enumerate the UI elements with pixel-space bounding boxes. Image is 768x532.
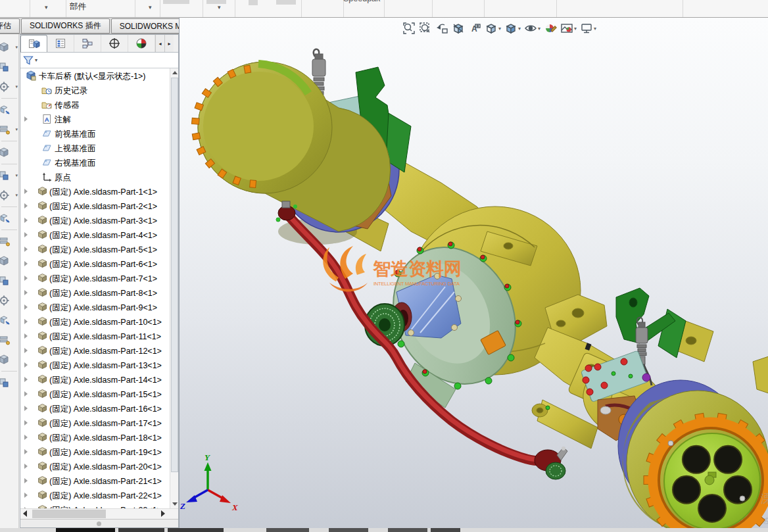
expand-arrow-icon[interactable] (24, 377, 28, 382)
tree-item[interactable]: (固定) Axle.sldasm-Part-8<1> (20, 285, 178, 300)
dropdown-caret-icon[interactable]: ▾ (15, 193, 18, 198)
annotation-views-button[interactable]: A (468, 21, 482, 36)
dropdown-caret-icon[interactable]: ▾ (218, 4, 221, 11)
expand-arrow-icon[interactable] (24, 362, 28, 368)
expand-arrow-icon[interactable] (24, 116, 28, 122)
expand-arrow-icon[interactable] (24, 247, 28, 252)
tree-item[interactable]: (固定) Axle.sldasm-Part-10<1> (20, 314, 178, 329)
expand-arrow-icon[interactable] (24, 406, 28, 411)
tree-item[interactable]: (固定) Axle.sldasm-Part-11<1> (20, 329, 178, 343)
dropdown-caret-icon[interactable]: ▾ (15, 173, 18, 178)
view-settings-button[interactable]: ▾ (579, 21, 597, 36)
toolbar-label-speedpak-clipped[interactable]: Speedpak (343, 0, 380, 3)
expand-arrow-icon[interactable] (24, 391, 28, 397)
hide-show-items-button[interactable]: ▾ (523, 21, 541, 36)
tree-item[interactable]: (固定) Axle.sldasm-Part-14<1> (20, 372, 178, 387)
update-speedpak-button[interactable] (0, 350, 18, 370)
explode-line-sketch-button[interactable] (0, 271, 18, 291)
filter-funnel-icon[interactable] (23, 55, 34, 66)
graphics-area[interactable]: A▾▾▾▾▾ (179, 18, 768, 532)
previous-view-button[interactable] (435, 21, 449, 36)
display-style-button[interactable]: ▾ (504, 21, 521, 36)
expand-arrow-icon[interactable] (24, 449, 28, 454)
tree-item[interactable]: (固定) Axle.sldasm-Part-6<1> (20, 256, 178, 271)
insert-component-button[interactable]: ▾ (0, 37, 18, 57)
tree-item[interactable]: (固定) Axle.sldasm-Part-16<1> (20, 401, 178, 416)
dropdown-caret-icon[interactable]: ▾ (594, 26, 596, 32)
expand-arrow-icon[interactable] (24, 261, 28, 266)
edit-appearance-button[interactable] (543, 21, 558, 36)
tree-item[interactable]: (固定) Axle.sldasm-Part-22<1> (20, 488, 178, 502)
tree-item[interactable]: (固定) Axle.sldasm-Part-18<1> (20, 430, 178, 445)
tree-item[interactable]: (固定) Axle.sldasm-Part-12<1> (20, 343, 178, 358)
expand-arrow-icon[interactable] (24, 276, 28, 281)
dropdown-caret-icon[interactable]: ▾ (45, 4, 48, 11)
tree-item[interactable]: (固定) Axle.sldasm-Part-1<1> (20, 184, 178, 199)
expand-arrow-icon[interactable] (24, 304, 28, 310)
assembly-features-button[interactable]: ▾ (0, 166, 18, 185)
exploded-view-button[interactable] (0, 251, 18, 271)
expand-arrow-icon[interactable] (24, 493, 28, 498)
expand-arrow-icon[interactable] (24, 420, 28, 425)
panel-nav-right-button[interactable]: ▸ (164, 35, 174, 52)
axle-3d-model[interactable]: 智造资料网 INTELLIGENT MANUFACTURING DATA 溧 左… (180, 34, 768, 532)
hscrollbar-thumb[interactable] (32, 510, 106, 518)
splitter-handle-icon[interactable] (97, 521, 101, 526)
bill-of-materials-button[interactable] (0, 231, 18, 251)
tree-item[interactable]: 历史记录 (20, 83, 178, 97)
new-motion-study-button[interactable] (0, 208, 18, 228)
expand-arrow-icon[interactable] (24, 218, 28, 223)
apply-scene-button[interactable]: ▾ (560, 21, 577, 36)
smart-fasteners-button[interactable] (0, 100, 18, 120)
tree-item[interactable]: (固定) Axle.sldasm-Part-15<1> (20, 387, 178, 401)
dropdown-caret-icon[interactable]: ▾ (538, 26, 540, 32)
expand-arrow-icon[interactable] (24, 333, 28, 339)
dropdown-caret-icon[interactable]: ▾ (518, 26, 521, 32)
tree-filter-row[interactable]: ▾ (20, 53, 178, 68)
zoom-to-area-button[interactable] (418, 21, 433, 36)
toolbar-label-clipped[interactable]: 部件 (70, 1, 86, 12)
expand-arrow-icon[interactable] (24, 203, 28, 208)
dropdown-caret-icon[interactable]: ▾ (574, 26, 577, 32)
configurationmanager-tab[interactable] (74, 35, 101, 52)
tree-item[interactable]: (固定) Axle.sldasm-Part-23<1> (20, 502, 178, 508)
wheel-hub-rear-left[interactable] (191, 49, 411, 232)
ribbon-tab-solidworks-插件[interactable]: SOLIDWORKS 插件 (21, 18, 110, 34)
large-assembly-mode-button[interactable] (0, 373, 18, 393)
tree-item[interactable]: (固定) Axle.sldasm-Part-5<1> (20, 242, 178, 256)
propertymanager-tab[interactable] (47, 35, 74, 52)
panel-nav-left-button[interactable]: ◂ (155, 35, 164, 52)
show-hidden-components-button[interactable] (0, 143, 18, 162)
expand-arrow-icon[interactable] (24, 464, 28, 469)
view-orientation-button[interactable]: ▾ (484, 21, 502, 36)
instant3d-button[interactable] (0, 310, 18, 330)
zoom-to-fit-button[interactable] (402, 21, 416, 36)
tree-item[interactable]: (固定) Axle.sldasm-Part-20<1> (20, 459, 178, 473)
tree-vertical-scrollbar[interactable] (170, 68, 178, 508)
wheel-hub-front-right[interactable] (618, 380, 768, 532)
tree-item[interactable]: (固定) Axle.sldasm-Part-19<1> (20, 445, 178, 459)
scroll-down-arrow[interactable] (170, 500, 178, 508)
expand-arrow-icon[interactable] (24, 478, 28, 483)
expand-arrow-icon[interactable] (24, 189, 28, 194)
tree-item[interactable]: (固定) Axle.sldasm-Part-7<1> (20, 271, 178, 285)
scroll-up-arrow[interactable] (170, 68, 178, 77)
tree-item[interactable]: (固定) Axle.sldasm-Part-4<1> (20, 228, 178, 242)
tree-item[interactable]: 传感器 (20, 97, 178, 112)
tree-item[interactable]: 前视基准面 (20, 126, 178, 141)
tree-item[interactable]: 上视基准面 (20, 141, 178, 155)
dropdown-caret-icon[interactable]: ▾ (35, 57, 37, 63)
expand-arrow-icon[interactable] (24, 319, 28, 324)
dropdown-caret-icon[interactable]: ▾ (498, 26, 501, 32)
tree-item[interactable]: (固定) Axle.sldasm-Part-3<1> (20, 213, 178, 228)
move-component-button[interactable]: ▾ (0, 120, 18, 139)
panel-splitter[interactable] (20, 519, 178, 527)
tree-item[interactable]: 原点 (20, 170, 178, 184)
featuremanager-tab[interactable] (20, 35, 47, 52)
scroll-right-arrow[interactable] (161, 510, 165, 517)
expand-arrow-icon[interactable] (24, 348, 28, 353)
interference-detection-button[interactable] (0, 291, 18, 310)
expand-arrow-icon[interactable] (24, 290, 28, 295)
tree-item[interactable]: 右视基准面 (20, 155, 178, 170)
tree-item[interactable]: A注解 (20, 112, 178, 126)
